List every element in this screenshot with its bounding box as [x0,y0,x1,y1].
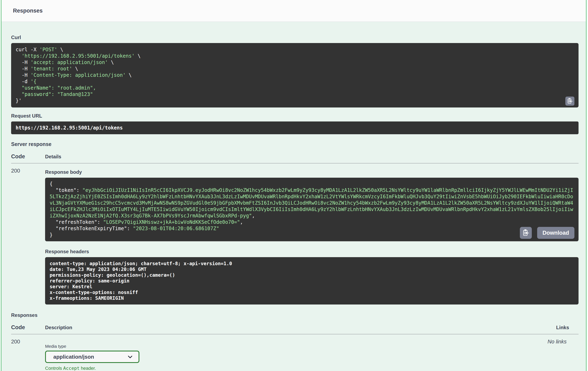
request-url-value: https://192.168.2.95:5001/api/tokens [16,125,123,131]
copy-to-clipboard-icon [522,229,530,237]
hint-text: header. [80,366,96,371]
curl-code: curl -X 'POST' \ 'https://192.168.2.95:5… [16,47,574,104]
no-links-value: No links [548,339,569,345]
page-title: Responses [13,8,43,14]
status-code: 200 [11,339,20,345]
hint-code-text: Accept [63,366,79,371]
response-body-label: Response body [45,169,578,175]
copy-to-clipboard-icon [567,98,573,104]
responses-section-header: Responses [1,0,586,22]
curl-label: Curl [11,35,578,40]
curl-code-block: curl -X 'POST' \ 'https://192.168.2.95:5… [11,43,578,107]
accept-header-hint: Controls Accept header. [45,366,548,371]
copy-curl-button[interactable] [565,96,574,106]
response-headers-code: content-type: application/json; charset=… [50,261,574,301]
column-header-code: Code [11,153,45,160]
table-divider [11,334,578,334]
request-url-block: https://192.168.2.95:5001/api/tokens [11,121,578,134]
download-button[interactable]: Download [537,227,574,239]
media-type-selected-value: application/json [53,354,127,360]
response-headers-label: Response headers [45,249,578,254]
server-response-row: 200 Response body { "token": "eyJhbGciOi… [11,168,578,305]
response-headers-block: content-type: application/json; charset=… [45,257,578,305]
response-body-block: { "token": "eyJhbGciOiJIUzI1NiIsInR5cCI6… [45,178,578,241]
responses-table-heading: Responses [11,312,578,318]
responses-panel: Responses Curl curl -X 'POST' \ 'https:/… [1,0,587,371]
column-header-code: Code [11,324,45,331]
media-type-select[interactable]: application/json [45,351,139,363]
column-header-description: Description [45,325,72,330]
responses-section-body: Curl curl -X 'POST' \ 'https://192.168.2… [1,22,586,371]
hint-text: Controls [45,366,63,371]
copy-response-button[interactable] [520,227,532,239]
server-response-heading: Server response [11,141,578,147]
media-type-label: Media type [45,344,548,349]
response-body-code: { "token": "eyJhbGciOiJIUzI1NiIsInR5cCI6… [50,181,574,238]
chevron-down-icon [127,353,134,360]
responses-table-row: 200 Media type application/json Controls… [11,339,578,371]
server-response-table-header: Code Details [11,153,578,160]
responses-table-header: Code Description Links [11,324,578,331]
request-url-label: Request URL [11,113,578,119]
table-divider [11,163,578,163]
status-code: 200 [11,168,20,174]
column-header-links: Links [556,325,578,330]
column-header-details: Details [45,154,61,159]
